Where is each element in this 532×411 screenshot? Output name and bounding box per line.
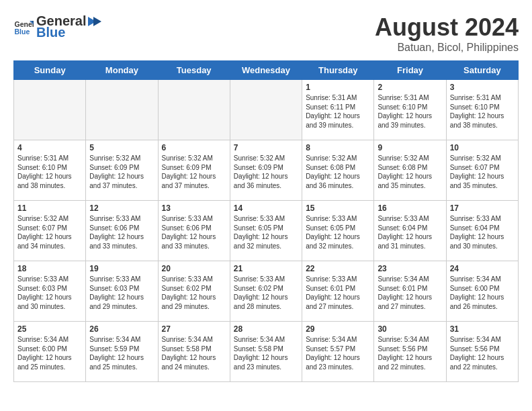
- page-header: General Blue General Blue August 2024 Ba…: [13, 13, 519, 54]
- day-header-monday: Monday: [86, 61, 158, 80]
- cell-info: Sunrise: 5:33 AM Sunset: 6:01 PM Dayligh…: [306, 275, 370, 311]
- calendar-cell: 24Sunrise: 5:34 AM Sunset: 6:00 PM Dayli…: [446, 261, 518, 322]
- cell-info: Sunrise: 5:34 AM Sunset: 5:58 PM Dayligh…: [234, 335, 298, 371]
- cell-info: Sunrise: 5:34 AM Sunset: 5:56 PM Dayligh…: [450, 335, 515, 371]
- cell-info: Sunrise: 5:33 AM Sunset: 6:04 PM Dayligh…: [378, 214, 442, 250]
- date-number: 4: [17, 143, 82, 152]
- calendar-cell: 29Sunrise: 5:34 AM Sunset: 5:57 PM Dayli…: [302, 322, 374, 382]
- day-header-friday: Friday: [374, 61, 446, 80]
- calendar-week-2: 4Sunrise: 5:31 AM Sunset: 6:10 PM Daylig…: [14, 140, 519, 201]
- cell-info: Sunrise: 5:31 AM Sunset: 6:10 PM Dayligh…: [378, 93, 442, 130]
- calendar-cell: 6Sunrise: 5:32 AM Sunset: 6:09 PM Daylig…: [158, 140, 230, 201]
- date-number: 19: [89, 264, 154, 273]
- date-number: 13: [162, 203, 226, 213]
- date-number: 26: [89, 324, 154, 334]
- cell-info: Sunrise: 5:31 AM Sunset: 6:10 PM Dayligh…: [17, 154, 82, 190]
- title-block: August 2024 Batuan, Bicol, Philippines: [375, 13, 519, 54]
- date-number: 28: [234, 324, 298, 334]
- calendar-cell: 5Sunrise: 5:32 AM Sunset: 6:09 PM Daylig…: [86, 140, 158, 201]
- date-number: 23: [378, 264, 442, 273]
- calendar-cell: 15Sunrise: 5:33 AM Sunset: 6:05 PM Dayli…: [302, 201, 374, 261]
- cell-info: Sunrise: 5:32 AM Sunset: 6:07 PM Dayligh…: [17, 214, 82, 250]
- cell-info: Sunrise: 5:32 AM Sunset: 6:09 PM Dayligh…: [89, 154, 154, 190]
- cell-info: Sunrise: 5:32 AM Sunset: 6:07 PM Dayligh…: [450, 154, 515, 190]
- date-number: 30: [378, 324, 442, 334]
- cell-info: Sunrise: 5:34 AM Sunset: 6:00 PM Dayligh…: [17, 335, 82, 371]
- calendar-cell: [14, 80, 86, 140]
- calendar-cell: 11Sunrise: 5:32 AM Sunset: 6:07 PM Dayli…: [14, 201, 86, 261]
- date-number: 22: [306, 264, 370, 273]
- cell-info: Sunrise: 5:33 AM Sunset: 6:02 PM Dayligh…: [234, 275, 298, 311]
- cell-info: Sunrise: 5:33 AM Sunset: 6:05 PM Dayligh…: [234, 214, 298, 250]
- date-number: 25: [17, 324, 82, 334]
- calendar-cell: 13Sunrise: 5:33 AM Sunset: 6:06 PM Dayli…: [158, 201, 230, 261]
- date-number: 14: [234, 203, 298, 213]
- date-number: 24: [450, 264, 515, 273]
- date-number: 29: [306, 324, 370, 334]
- calendar-cell: 9Sunrise: 5:32 AM Sunset: 6:08 PM Daylig…: [374, 140, 446, 201]
- logo-arrow-icon: [87, 14, 101, 29]
- date-number: 12: [89, 203, 154, 213]
- date-number: 27: [162, 324, 226, 334]
- logo-text-block: General Blue: [36, 13, 102, 40]
- cell-info: Sunrise: 5:34 AM Sunset: 5:57 PM Dayligh…: [306, 335, 370, 371]
- calendar-cell: 19Sunrise: 5:33 AM Sunset: 6:03 PM Dayli…: [86, 261, 158, 322]
- cell-info: Sunrise: 5:33 AM Sunset: 6:05 PM Dayligh…: [306, 214, 370, 250]
- date-number: 17: [450, 203, 515, 213]
- calendar-cell: 27Sunrise: 5:34 AM Sunset: 5:58 PM Dayli…: [158, 322, 230, 382]
- cell-info: Sunrise: 5:34 AM Sunset: 5:56 PM Dayligh…: [378, 335, 442, 371]
- cell-info: Sunrise: 5:34 AM Sunset: 5:59 PM Dayligh…: [89, 335, 154, 371]
- month-year: August 2024: [375, 13, 519, 42]
- date-number: 31: [450, 324, 515, 334]
- day-header-wednesday: Wednesday: [230, 61, 302, 80]
- date-number: 5: [89, 143, 154, 152]
- calendar-cell: 4Sunrise: 5:31 AM Sunset: 6:10 PM Daylig…: [14, 140, 86, 201]
- day-header-sunday: Sunday: [14, 61, 86, 80]
- cell-info: Sunrise: 5:31 AM Sunset: 6:10 PM Dayligh…: [450, 93, 515, 130]
- cell-info: Sunrise: 5:33 AM Sunset: 6:06 PM Dayligh…: [89, 214, 154, 250]
- calendar-cell: 10Sunrise: 5:32 AM Sunset: 6:07 PM Dayli…: [446, 140, 518, 201]
- logo-icon: General Blue: [13, 17, 34, 37]
- calendar-cell: 16Sunrise: 5:33 AM Sunset: 6:04 PM Dayli…: [374, 201, 446, 261]
- cell-info: Sunrise: 5:32 AM Sunset: 6:09 PM Dayligh…: [162, 154, 226, 190]
- date-number: 21: [234, 264, 298, 273]
- cell-info: Sunrise: 5:33 AM Sunset: 6:04 PM Dayligh…: [450, 214, 515, 250]
- cell-info: Sunrise: 5:33 AM Sunset: 6:03 PM Dayligh…: [17, 275, 82, 311]
- calendar-cell: 25Sunrise: 5:34 AM Sunset: 6:00 PM Dayli…: [14, 322, 86, 382]
- calendar-cell: 1Sunrise: 5:31 AM Sunset: 6:11 PM Daylig…: [302, 80, 374, 140]
- cell-info: Sunrise: 5:31 AM Sunset: 6:11 PM Dayligh…: [306, 93, 370, 130]
- calendar-cell: 21Sunrise: 5:33 AM Sunset: 6:02 PM Dayli…: [230, 261, 302, 322]
- calendar-table: SundayMondayTuesdayWednesdayThursdayFrid…: [13, 60, 519, 382]
- cell-info: Sunrise: 5:32 AM Sunset: 6:08 PM Dayligh…: [378, 154, 442, 190]
- svg-marker-5: [93, 17, 101, 26]
- calendar-cell: [86, 80, 158, 140]
- calendar-cell: 2Sunrise: 5:31 AM Sunset: 6:10 PM Daylig…: [374, 80, 446, 140]
- calendar-cell: 18Sunrise: 5:33 AM Sunset: 6:03 PM Dayli…: [14, 261, 86, 322]
- date-number: 16: [378, 203, 442, 213]
- calendar-cell: 7Sunrise: 5:32 AM Sunset: 6:09 PM Daylig…: [230, 140, 302, 201]
- date-number: 6: [162, 143, 226, 152]
- date-number: 10: [450, 143, 515, 152]
- cell-info: Sunrise: 5:33 AM Sunset: 6:03 PM Dayligh…: [89, 275, 154, 311]
- calendar-cell: 22Sunrise: 5:33 AM Sunset: 6:01 PM Dayli…: [302, 261, 374, 322]
- calendar-cell: 31Sunrise: 5:34 AM Sunset: 5:56 PM Dayli…: [446, 322, 518, 382]
- calendar-cell: 20Sunrise: 5:33 AM Sunset: 6:02 PM Dayli…: [158, 261, 230, 322]
- date-number: 3: [450, 83, 515, 92]
- cell-info: Sunrise: 5:34 AM Sunset: 6:01 PM Dayligh…: [378, 275, 442, 311]
- calendar-week-5: 25Sunrise: 5:34 AM Sunset: 6:00 PM Dayli…: [14, 322, 519, 382]
- cell-info: Sunrise: 5:33 AM Sunset: 6:06 PM Dayligh…: [162, 214, 226, 250]
- cell-info: Sunrise: 5:33 AM Sunset: 6:02 PM Dayligh…: [162, 275, 226, 311]
- cell-info: Sunrise: 5:32 AM Sunset: 6:09 PM Dayligh…: [234, 154, 298, 190]
- calendar-cell: [230, 80, 302, 140]
- calendar-cell: 30Sunrise: 5:34 AM Sunset: 5:56 PM Dayli…: [374, 322, 446, 382]
- svg-text:Blue: Blue: [15, 28, 30, 36]
- logo: General Blue General Blue: [13, 13, 102, 40]
- cell-info: Sunrise: 5:34 AM Sunset: 6:00 PM Dayligh…: [450, 275, 515, 311]
- calendar-cell: 8Sunrise: 5:32 AM Sunset: 6:08 PM Daylig…: [302, 140, 374, 201]
- date-number: 9: [378, 143, 442, 152]
- date-number: 8: [306, 143, 370, 152]
- date-number: 7: [234, 143, 298, 152]
- calendar-cell: 17Sunrise: 5:33 AM Sunset: 6:04 PM Dayli…: [446, 201, 518, 261]
- calendar-cell: 28Sunrise: 5:34 AM Sunset: 5:58 PM Dayli…: [230, 322, 302, 382]
- day-header-tuesday: Tuesday: [158, 61, 230, 80]
